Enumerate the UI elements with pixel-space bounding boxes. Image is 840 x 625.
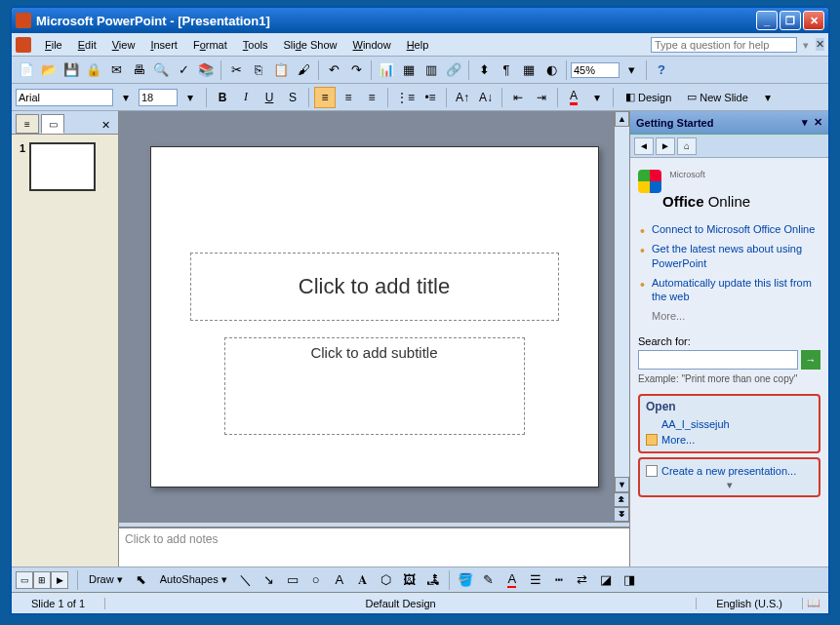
increase-font-button[interactable]: A↑ xyxy=(452,87,473,108)
new-slide-button[interactable]: ▭ New Slide xyxy=(680,87,755,108)
scroll-down-button[interactable]: ▼ xyxy=(615,477,629,492)
line-button[interactable]: ＼ xyxy=(235,569,257,591)
recent-file-link[interactable]: AA_I_sissejuh xyxy=(646,416,813,432)
redo-button[interactable]: ↷ xyxy=(345,59,367,81)
show-formatting-button[interactable]: ¶ xyxy=(496,59,517,81)
menu-file[interactable]: File xyxy=(37,36,70,54)
font-color-button[interactable]: A xyxy=(563,87,584,108)
show-grid-button[interactable]: ▦ xyxy=(518,59,540,81)
increase-indent-button[interactable]: ⇥ xyxy=(531,87,552,108)
menu-window[interactable]: Window xyxy=(345,36,399,54)
numbering-button[interactable]: ⋮≡ xyxy=(393,87,418,108)
minimize-button[interactable]: _ xyxy=(756,11,778,30)
insert-table-button[interactable]: ▦ xyxy=(398,59,420,81)
decrease-indent-button[interactable]: ⇤ xyxy=(507,87,529,108)
prev-slide-button[interactable]: ⯭ xyxy=(614,492,629,507)
menu-format[interactable]: Format xyxy=(185,36,235,54)
research-button[interactable]: 📚 xyxy=(195,59,217,81)
tables-borders-button[interactable]: ▥ xyxy=(420,59,442,81)
scroll-up-button[interactable]: ▲ xyxy=(615,111,629,127)
design-button[interactable]: ◧ Design xyxy=(619,87,678,108)
close-button[interactable]: ✕ xyxy=(803,11,824,30)
new-button[interactable]: 📄 xyxy=(16,59,37,81)
fill-color-button[interactable]: 🪣 xyxy=(455,569,476,591)
help-button[interactable]: ? xyxy=(651,59,672,81)
format-painter-button[interactable]: 🖌 xyxy=(293,59,314,81)
next-slide-button[interactable]: ⯯ xyxy=(614,507,629,522)
copy-button[interactable]: ⎘ xyxy=(248,59,269,81)
line-style-button[interactable]: ☰ xyxy=(525,569,546,591)
shadow-button[interactable]: S xyxy=(282,87,303,108)
underline-button[interactable]: U xyxy=(259,87,280,108)
toolbar-options-button[interactable]: ▾ xyxy=(757,87,779,108)
font-color-button-draw[interactable]: A xyxy=(501,569,523,591)
link-news[interactable]: Get the latest news about using PowerPoi… xyxy=(638,239,820,273)
menu-edit[interactable]: Edit xyxy=(70,36,104,54)
back-button[interactable]: ◄ xyxy=(634,137,654,155)
thumbnail-row[interactable]: 1 xyxy=(20,142,110,191)
title-placeholder[interactable]: Click to add title xyxy=(190,253,559,321)
slides-tab[interactable]: ▭ xyxy=(41,114,64,134)
task-pane-close-button[interactable]: ✕ xyxy=(814,116,822,129)
task-pane-dropdown[interactable]: ▾ xyxy=(802,116,808,129)
help-dropdown-icon[interactable]: ▾ xyxy=(800,39,812,51)
draw-menu[interactable]: Draw ▾ xyxy=(83,573,129,586)
save-button[interactable]: 💾 xyxy=(60,59,82,81)
email-button[interactable]: ✉ xyxy=(105,59,127,81)
notes-pane[interactable]: Click to add notes xyxy=(119,527,629,566)
slide-thumbnail[interactable] xyxy=(29,142,96,191)
3d-style-button[interactable]: ◨ xyxy=(619,569,640,591)
subtitle-placeholder[interactable]: Click to add subtitle xyxy=(224,337,525,435)
insert-chart-button[interactable]: 📊 xyxy=(376,59,397,81)
menu-view[interactable]: View xyxy=(104,36,143,54)
search-go-button[interactable]: → xyxy=(801,350,820,370)
align-center-button[interactable]: ≡ xyxy=(338,87,359,108)
open-more-link[interactable]: More... xyxy=(646,432,813,448)
font-dropdown[interactable]: ▾ xyxy=(115,87,137,108)
paste-button[interactable]: 📋 xyxy=(270,59,292,81)
vertical-scrollbar[interactable]: ▲ ▼ xyxy=(614,111,629,492)
slideshow-view-button[interactable]: ▶ xyxy=(51,571,68,589)
oval-button[interactable]: ○ xyxy=(305,569,327,591)
menu-help[interactable]: Help xyxy=(399,36,437,54)
picture-button[interactable]: 🏞 xyxy=(422,569,444,591)
search-input[interactable] xyxy=(638,350,798,370)
forward-button[interactable]: ► xyxy=(656,137,675,155)
line-color-button[interactable]: ✎ xyxy=(478,569,500,591)
doc-close-button[interactable]: ✕ xyxy=(816,38,824,51)
align-left-button[interactable]: ≡ xyxy=(314,87,336,108)
diagram-button[interactable]: ⬡ xyxy=(376,569,397,591)
bold-button[interactable]: B xyxy=(212,87,233,108)
font-size-select[interactable] xyxy=(139,89,178,106)
link-connect[interactable]: Connect to Microsoft Office Online xyxy=(638,219,820,239)
maximize-button[interactable]: ❐ xyxy=(780,11,801,30)
menu-insert[interactable]: Insert xyxy=(142,36,185,54)
dash-style-button[interactable]: ┅ xyxy=(548,569,570,591)
insert-hyperlink-button[interactable]: 🔗 xyxy=(443,59,464,81)
print-button[interactable]: 🖶 xyxy=(128,59,149,81)
normal-view-button[interactable]: ▭ xyxy=(16,571,33,589)
clipart-button[interactable]: 🖼 xyxy=(399,569,420,591)
expand-all-button[interactable]: ⬍ xyxy=(473,59,495,81)
permission-button[interactable]: 🔒 xyxy=(83,59,104,81)
rectangle-button[interactable]: ▭ xyxy=(282,569,303,591)
undo-button[interactable]: ↶ xyxy=(323,59,344,81)
shadow-style-button[interactable]: ◪ xyxy=(595,569,617,591)
menu-slideshow[interactable]: Slide Show xyxy=(275,36,344,54)
help-search-input[interactable] xyxy=(651,37,797,53)
italic-button[interactable]: I xyxy=(235,87,257,108)
create-new-link[interactable]: Create a new presentation... xyxy=(646,463,813,479)
textbox-button[interactable]: A xyxy=(329,569,350,591)
color-grayscale-button[interactable]: ◐ xyxy=(540,59,562,81)
arrow-style-button[interactable]: ⇄ xyxy=(572,569,593,591)
link-update[interactable]: Automatically update this list from the … xyxy=(638,273,820,307)
outline-tab[interactable]: ≡ xyxy=(16,114,39,134)
sorter-view-button[interactable]: ⊞ xyxy=(33,571,51,589)
cut-button[interactable]: ✂ xyxy=(225,59,247,81)
home-button[interactable]: ⌂ xyxy=(677,137,697,155)
font-color-dropdown[interactable]: ▾ xyxy=(586,87,608,108)
decrease-font-button[interactable]: A↓ xyxy=(475,87,497,108)
spellcheck-button[interactable]: ✓ xyxy=(173,59,194,81)
size-dropdown[interactable]: ▾ xyxy=(180,87,201,108)
status-language[interactable]: English (U.S.) xyxy=(697,598,803,609)
